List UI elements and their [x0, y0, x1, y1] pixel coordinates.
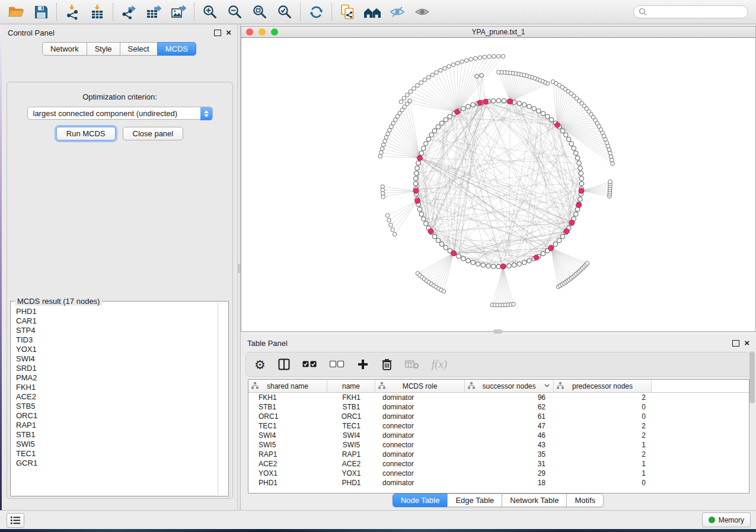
table-row-stb1[interactable]: STB1STB1dominator620: [248, 402, 749, 412]
mcds-result-item[interactable]: TID3: [16, 335, 217, 345]
table-row-fkh1[interactable]: FKH1FKH1dominator962: [248, 393, 749, 402]
tab-node-table[interactable]: Node Table: [393, 493, 448, 507]
mcds-result-item[interactable]: TEC1: [16, 449, 217, 459]
tab-network-table[interactable]: Network Table: [502, 493, 567, 507]
open-file-button[interactable]: [4, 2, 28, 22]
column-header-shared-name[interactable]: shared name: [248, 380, 327, 392]
search-box[interactable]: [633, 5, 748, 18]
optimization-criterion-select[interactable]: largest connected component (undirected): [27, 107, 213, 120]
table-panel-title: Table Panel: [247, 339, 288, 348]
horizontal-splitter-handle[interactable]: [493, 329, 502, 334]
export-network-button[interactable]: [116, 2, 141, 22]
network-canvas[interactable]: [241, 38, 756, 332]
table-row-swi4[interactable]: SWI4SWI4dominator462: [248, 431, 749, 440]
table-options-gear-icon[interactable]: ⚙: [254, 358, 266, 371]
cell: 62: [465, 403, 554, 411]
add-column-icon[interactable]: [357, 358, 369, 370]
float-panel-icon[interactable]: [732, 340, 739, 347]
houses-icon: [363, 5, 381, 19]
column-header-name[interactable]: name: [327, 380, 375, 392]
cell: SWI4: [248, 431, 327, 440]
node-table-header-row: shared namenameMCDS rolesuccessor nodesp…: [248, 380, 749, 393]
mcds-result-item[interactable]: FKH1: [16, 383, 217, 392]
export-image-button[interactable]: [166, 2, 191, 22]
select-all-checkboxes-icon[interactable]: [302, 361, 317, 368]
mcds-result-item[interactable]: STP4: [16, 326, 217, 335]
close-panel-button[interactable]: Close panel: [123, 127, 184, 140]
search-input[interactable]: [650, 7, 744, 17]
show-panels-list-button[interactable]: [7, 513, 24, 528]
mcds-result-list[interactable]: PHD1CAR1STP4TID3YOX1SWI4SRD1PMA2FKH1ACE2…: [12, 303, 217, 495]
column-header-mcds-role[interactable]: MCDS role: [375, 380, 465, 392]
cell: 2: [554, 431, 652, 440]
clone-network-button[interactable]: [335, 2, 360, 22]
mcds-result-item[interactable]: ACE2: [16, 392, 217, 402]
mcds-result-item[interactable]: STB1: [16, 430, 217, 440]
first-neighbors-button[interactable]: [360, 2, 385, 22]
deselect-all-checkboxes-icon[interactable]: [330, 361, 344, 368]
float-panel-icon[interactable]: [214, 30, 221, 36]
network-graph[interactable]: [241, 38, 755, 331]
desktop-wallpaper-bottom: [0, 529, 756, 532]
column-label: shared name: [267, 382, 308, 390]
import-network-button[interactable]: [60, 2, 85, 22]
run-mcds-button[interactable]: Run MCDS: [56, 127, 116, 140]
cell: SWI5: [248, 441, 327, 449]
save-session-button[interactable]: [28, 2, 53, 22]
table-row-swi5[interactable]: SWI5SWI5connector431: [248, 440, 749, 450]
mcds-result-item[interactable]: YOX1: [16, 345, 217, 354]
cell: ORC1: [248, 412, 327, 421]
export-table-button[interactable]: [141, 2, 166, 22]
cell: 0: [554, 479, 652, 487]
mcds-result-item[interactable]: SWI5: [16, 440, 217, 449]
mcds-result-item[interactable]: STB5: [16, 402, 217, 411]
table-row-rap1[interactable]: RAP1RAP1dominator352: [248, 450, 749, 459]
table-row-ace2[interactable]: ACE2ACE2connector311: [248, 459, 749, 469]
close-panel-icon[interactable]: ×: [744, 340, 749, 346]
table-row-tec1[interactable]: TEC1TEC1connector472: [248, 421, 749, 431]
table-row-orc1[interactable]: ORC1ORC1dominator610: [248, 412, 749, 421]
mcds-result-item[interactable]: SWI4: [16, 354, 217, 364]
select-stepper-icon: [200, 107, 212, 120]
mcds-result-item[interactable]: ORC1: [16, 411, 217, 421]
mcds-result-item[interactable]: SRD1: [16, 364, 217, 373]
tab-style[interactable]: Style: [87, 42, 120, 56]
refresh-layout-button[interactable]: [304, 2, 328, 22]
column-header-successor-nodes[interactable]: successor nodes: [465, 380, 554, 392]
table-row-phd1[interactable]: PHD1PHD1dominator180: [248, 478, 749, 488]
zoom-in-icon: [202, 4, 218, 20]
cell: 1: [554, 441, 652, 449]
network-window-title: YPA_prune.txt_1: [241, 28, 755, 36]
column-tree-icon: [378, 382, 385, 389]
delete-column-trash-icon[interactable]: [381, 358, 393, 371]
mcds-result-item[interactable]: PHD1: [16, 307, 217, 316]
tab-network[interactable]: Network: [42, 42, 87, 56]
tab-select[interactable]: Select: [120, 42, 158, 56]
control-panel-tabs: NetworkStyleSelectMCDS: [2, 42, 237, 56]
mcds-result-item[interactable]: RAP1: [16, 421, 217, 430]
result-scrollbar-track[interactable]: [218, 303, 227, 495]
tab-mcds[interactable]: MCDS: [157, 42, 196, 56]
import-table-button[interactable]: [85, 2, 110, 22]
tab-motifs[interactable]: Motifs: [566, 493, 604, 507]
cell: 18: [465, 479, 554, 487]
vertical-splitter-handle[interactable]: [238, 264, 240, 273]
close-panel-icon[interactable]: ×: [226, 30, 231, 36]
show-all-button[interactable]: [410, 2, 435, 22]
show-columns-icon[interactable]: [278, 358, 290, 370]
hide-selected-button[interactable]: [385, 2, 410, 22]
table-scrollbar-thumb[interactable]: [749, 351, 755, 403]
table-row-yox1[interactable]: YOX1YOX1connector291: [248, 469, 749, 478]
memory-button[interactable]: Memory: [702, 512, 751, 527]
mcds-result-item[interactable]: CAR1: [16, 316, 217, 326]
cell: 35: [465, 450, 554, 459]
column-header-predecessor-nodes[interactable]: predecessor nodes: [554, 380, 652, 392]
tab-edge-table[interactable]: Edge Table: [447, 493, 502, 507]
cell: 46: [465, 431, 554, 440]
zoom-selected-button[interactable]: [272, 2, 297, 22]
mcds-result-item[interactable]: PMA2: [16, 373, 217, 383]
mcds-result-item[interactable]: GCR1: [16, 459, 217, 468]
zoom-fit-button[interactable]: [247, 2, 272, 22]
zoom-in-button[interactable]: [197, 2, 222, 22]
zoom-out-button[interactable]: [222, 2, 247, 22]
